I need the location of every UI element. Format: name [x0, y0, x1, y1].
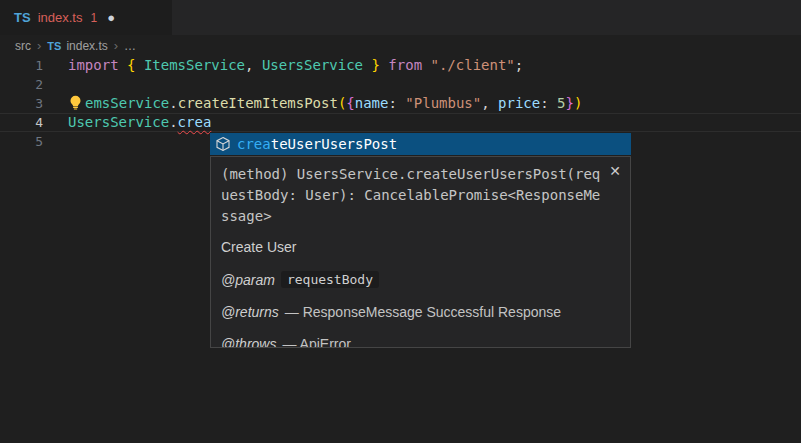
suggestion-rest-text: teUserUsersPost	[271, 136, 397, 152]
param-name-chip: requestBody	[281, 271, 379, 288]
doc-tag-throws: @throws — ApiError	[221, 336, 620, 348]
intellisense-popup: createUserUsersPost ✕ (method) UsersServ…	[210, 133, 631, 348]
tab-filename: index.ts	[38, 10, 83, 25]
doc-description: Create User	[221, 239, 620, 255]
code-token: "Plumbus"	[405, 95, 481, 111]
code-token: ,	[481, 95, 498, 111]
doc-tag-label: @throws	[221, 336, 276, 348]
code-token: import	[68, 57, 127, 73]
code-token: }	[566, 95, 574, 111]
code-token: createItemItemsPost	[178, 95, 338, 111]
code-token: }	[371, 57, 379, 73]
code-tokens: emsService.createItemItemsPost({name: "P…	[85, 95, 582, 111]
line-number: 1	[0, 56, 43, 75]
code-token: from	[380, 57, 431, 73]
doc-tag-text: — ApiError	[282, 336, 350, 348]
vscode-window: TS index.ts 1 ● src › TS index.ts › … 1 …	[0, 0, 801, 443]
doc-tag-label: @param	[221, 272, 275, 288]
tab-bar: TS index.ts 1 ●	[0, 0, 801, 35]
method-signature: (method) UsersService.createUserUsersPos…	[221, 164, 602, 227]
breadcrumb-item-src[interactable]: src	[15, 39, 31, 53]
suggestion-label: createUserUsersPost	[237, 136, 397, 152]
line-number: 2	[0, 75, 43, 94]
code-token: ItemsService	[135, 57, 245, 73]
tab-index-ts[interactable]: TS index.ts 1 ●	[0, 0, 172, 35]
code-token: name	[355, 95, 389, 111]
breadcrumb-item-more[interactable]: …	[124, 39, 136, 53]
code-token: crea	[178, 114, 212, 130]
doc-tag-text: — ResponseMessage Successful Response	[285, 304, 561, 320]
code-token: emsService	[85, 95, 169, 111]
code-token: .	[169, 95, 177, 111]
code-token: 5	[557, 95, 565, 111]
doc-tag-param: @param requestBody	[221, 271, 620, 288]
code-token: :	[388, 95, 405, 111]
line-number: 3	[0, 94, 43, 113]
suggestion-match-text: crea	[237, 136, 271, 152]
code-token: )	[574, 95, 582, 111]
typescript-file-icon: TS	[14, 10, 31, 25]
lightbulb-quickfix-icon[interactable]	[68, 95, 85, 110]
code-token: UsersService	[253, 57, 371, 73]
close-icon[interactable]: ✕	[609, 164, 621, 178]
doc-tag-label: @returns	[221, 304, 279, 320]
suggestion-item-selected[interactable]: createUserUsersPost	[210, 133, 631, 155]
tab-dirty-indicator[interactable]: ●	[107, 11, 115, 24]
suggestion-docs-panel: ✕ (method) UsersService.createUserUsersP…	[210, 156, 631, 348]
code-line-content: UsersService.crea	[68, 113, 211, 132]
code-token: "./client"	[431, 57, 515, 73]
code-token: UsersService	[68, 114, 169, 130]
code-line[interactable]: 1 import { ItemsService, UsersService } …	[0, 56, 801, 75]
code-line[interactable]: 3 emsService.createItemItemsPost({name: …	[0, 94, 801, 113]
code-line-content: emsService.createItemItemsPost({name: "P…	[68, 94, 582, 113]
typescript-file-icon: TS	[47, 40, 61, 52]
line-number: 4	[0, 113, 43, 132]
code-line[interactable]: 2	[0, 75, 801, 94]
doc-tag-returns: @returns — ResponseMessage Successful Re…	[221, 304, 620, 320]
tab-problems-badge: 1	[90, 11, 97, 25]
breadcrumb-item-file[interactable]: index.ts	[66, 39, 107, 53]
symbol-method-icon	[215, 136, 231, 152]
line-number: 5	[0, 132, 43, 151]
code-token: {	[346, 95, 354, 111]
code-line-content: import { ItemsService, UsersService } fr…	[68, 56, 523, 75]
breadcrumb: src › TS index.ts › …	[0, 35, 801, 56]
chevron-right-icon: ›	[114, 38, 118, 53]
code-token: .	[169, 114, 177, 130]
code-token: price	[498, 95, 540, 111]
code-line-current[interactable]: 4 UsersService.crea	[0, 113, 801, 132]
code-token: :	[540, 95, 557, 111]
chevron-right-icon: ›	[37, 38, 41, 53]
code-token: ;	[515, 57, 523, 73]
